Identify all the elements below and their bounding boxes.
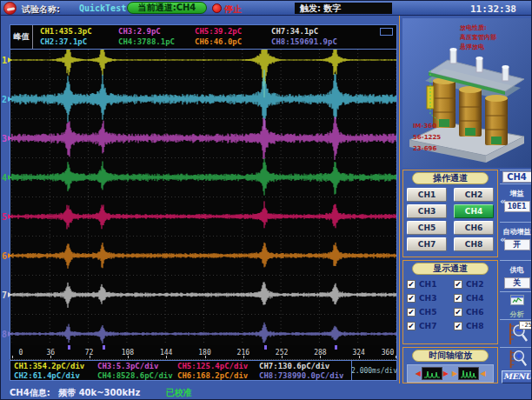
checkbox-icon[interactable]: ✔ — [454, 294, 462, 303]
display-channel-item-ch8[interactable]: ✔CH8 — [454, 322, 494, 330]
peak-value: CH5:39.2pC — [195, 27, 242, 36]
note-line: 放电性质: — [460, 23, 496, 33]
code-line: 56-1225 — [413, 132, 441, 143]
op-channel-title: 操作通道 — [412, 172, 489, 184]
axis-strip: 03672108144180216252288324360 — [10, 345, 397, 360]
stop-label: 停止 — [224, 3, 242, 16]
menu-button[interactable]: MENU — [502, 370, 532, 383]
channel-arrow-icon — [8, 97, 12, 102]
channel-number: 2 — [2, 95, 7, 104]
power-value[interactable]: 关 — [504, 277, 530, 289]
checkbox-icon[interactable]: ✔ — [407, 294, 416, 303]
autogain-value[interactable]: 开 — [504, 239, 530, 250]
checkbox-icon[interactable]: ✔ — [407, 280, 416, 289]
channel-label: 8 — [2, 329, 12, 339]
display-channel-item-ch1[interactable]: ✔CH1 — [407, 280, 447, 289]
scale-panel: CH1:354.2pC/divCH2:61.4pC/divCH3:5.3pC/d… — [10, 360, 397, 381]
op-channel-button-ch2[interactable]: CH2 — [454, 188, 494, 202]
top-bar: 试验名称: QuickTest 当前通道:CH4 停止 触发: 数字 11:32… — [1, 1, 532, 16]
checkbox-icon[interactable]: ✔ — [407, 322, 416, 330]
band-text: 频带 40k~300kHz — [58, 388, 140, 397]
channel-number: 8 — [2, 330, 7, 339]
arrow-right-icon: ▶ — [452, 370, 457, 377]
axis-tickmark-icon — [128, 356, 129, 358]
channel-label: 1 — [2, 55, 12, 65]
status-bar: CH4信息: 频带 40k~300kHz 已校准 — [1, 383, 532, 400]
timebase-display: 2.000ms/div — [351, 361, 396, 380]
current-channel-badge[interactable]: 当前通道:CH4 — [127, 2, 207, 14]
arrow-left-icon: ◀ — [416, 370, 421, 377]
analysis-label: 分析 — [500, 310, 532, 319]
right-panel: 放电性质:高压套管内部悬浮放电 IM-36056-122523-696 操作通道… — [399, 16, 532, 383]
checkbox-icon[interactable]: ✔ — [454, 322, 462, 330]
side-column: CH4 « 增益 10E1 « 自动增益 开 供电 关 — [500, 170, 532, 370]
channel-number: 5 — [2, 212, 7, 222]
scale-value: CH1:354.2pC/div — [14, 362, 84, 370]
display-channel-item-ch7[interactable]: ✔CH7 — [407, 322, 447, 330]
amplitude-zoom-out-button[interactable]: -25 — [500, 319, 532, 347]
channel-number: 7 — [2, 290, 7, 300]
axis-tick: 0 — [10, 349, 31, 357]
code-line: 23-696 — [413, 143, 441, 155]
note-line: 高压套管内部 — [460, 33, 496, 43]
op-channel-button-ch8[interactable]: CH8 — [454, 237, 494, 251]
op-channel-button-ch1[interactable]: CH1 — [407, 188, 447, 202]
channel-label: 6 — [2, 250, 12, 261]
note-line: 悬浮放电 — [460, 43, 496, 52]
display-channel-item-ch3[interactable]: ✔CH3 — [407, 294, 447, 303]
pulse-marker-icon — [103, 345, 105, 350]
amplitude-zoom-in-button[interactable] — [500, 347, 532, 370]
analysis-button[interactable]: 分析 — [500, 291, 532, 319]
display-channel-item-ch6[interactable]: ✔CH6 — [454, 308, 494, 317]
peak-value: CH7:34.1pC — [271, 27, 318, 36]
peak-value: CH8:159691.9pC — [271, 37, 337, 46]
channel-label: 2 — [2, 94, 12, 104]
scale-value: CH7:130.6pC/div — [259, 362, 329, 370]
axis-tickmark-icon — [205, 356, 206, 358]
axis-tickmark-icon — [282, 356, 283, 358]
waveform-svg — [11, 50, 397, 345]
test-name-label: 试验名称: — [22, 3, 60, 16]
collapse-arrows-icon[interactable]: « — [500, 234, 505, 245]
active-channel-badge: CH4 — [502, 171, 532, 183]
time-expand-button[interactable]: ◀ ▶ — [416, 367, 449, 380]
op-channel-button-ch4[interactable]: CH4 — [454, 204, 494, 218]
channel-arrow-icon — [8, 331, 12, 337]
peak-corner-box — [380, 28, 393, 36]
channel-number: 1 — [2, 56, 7, 65]
clock: 11:32:38 — [470, 3, 516, 15]
power-label: 供电 — [500, 265, 532, 275]
checkbox-icon[interactable]: ✔ — [407, 308, 416, 317]
channel-label: 5 — [2, 211, 12, 222]
code-line: IM-360 — [413, 121, 441, 132]
time-compress-button[interactable]: ▶ ◀ — [452, 367, 485, 380]
peak-value: CH6:46.0pC — [195, 37, 242, 46]
channel-number: 4 — [2, 173, 7, 183]
checkbox-icon[interactable]: ✔ — [454, 308, 462, 317]
axis-tickmark-icon — [12, 356, 13, 358]
scale-value: CH2:61.4pC/div — [14, 371, 80, 380]
op-channel-button-ch5[interactable]: CH5 — [407, 221, 447, 235]
channel-arrow-icon — [8, 253, 12, 258]
display-channel-item-ch2[interactable]: ✔CH2 — [454, 280, 494, 289]
axis-tickmark-icon — [359, 356, 360, 358]
checkbox-icon[interactable]: ✔ — [454, 280, 462, 289]
op-channel-button-ch7[interactable]: CH7 — [407, 237, 447, 251]
display-channel-item-ch5[interactable]: ✔CH5 — [407, 308, 447, 317]
ruler-magnifier-plus-icon — [506, 349, 529, 370]
op-channel-button-ch3[interactable]: CH3 — [407, 204, 447, 218]
pulse-marker-icon — [68, 345, 70, 350]
peak-value: CH2:37.1pC — [40, 37, 87, 46]
op-channel-button-ch6[interactable]: CH6 — [454, 221, 494, 235]
time-zoom-panel: 时间轴缩放 ◀ ▶ ▶ ◀ — [402, 347, 498, 383]
checkbox-label: CH6 — [466, 308, 483, 317]
collapse-arrows-icon[interactable]: « — [500, 196, 505, 207]
peak-value: CH1:435.3pC — [40, 27, 92, 36]
scale-value: CH8:738990.0pC/div — [259, 371, 344, 380]
test-name-value: QuickTest — [79, 3, 126, 13]
gain-value[interactable]: 10E1 — [504, 201, 530, 212]
peak-panel: 峰值 CH1:435.3pCCH2:37.1pCCH3:2.9pCCH4:378… — [10, 24, 397, 50]
checkbox-label: CH4 — [466, 294, 483, 303]
gain-cell: « 增益 10E1 — [500, 183, 532, 222]
display-channel-item-ch4[interactable]: ✔CH4 — [454, 294, 494, 303]
